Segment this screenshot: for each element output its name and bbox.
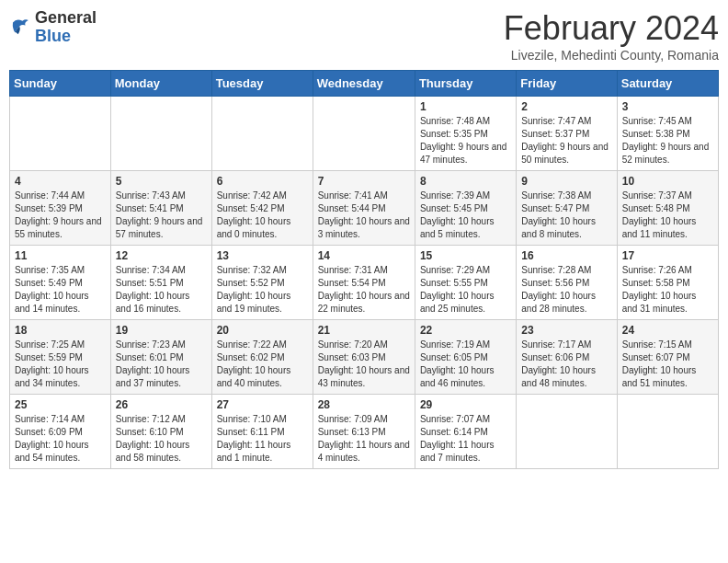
day-number: 12 <box>116 249 207 262</box>
title-block: February 2024 Livezile, Mehedinti County… <box>504 9 719 63</box>
day-number: 9 <box>521 175 611 188</box>
day-number: 4 <box>15 175 106 188</box>
calendar-cell <box>211 97 313 171</box>
day-number: 21 <box>318 324 410 337</box>
calendar-cell: 11Sunrise: 7:35 AM Sunset: 5:49 PM Dayli… <box>10 246 111 320</box>
day-info: Sunrise: 7:28 AM Sunset: 5:56 PM Dayligh… <box>521 264 611 316</box>
logo-text: General Blue <box>35 9 97 46</box>
calendar-cell: 4Sunrise: 7:44 AM Sunset: 5:39 PM Daylig… <box>10 171 111 246</box>
day-number: 22 <box>420 324 511 337</box>
day-info: Sunrise: 7:14 AM Sunset: 6:09 PM Dayligh… <box>15 413 106 465</box>
day-info: Sunrise: 7:09 AM Sunset: 6:13 PM Dayligh… <box>318 413 410 465</box>
calendar-cell: 26Sunrise: 7:12 AM Sunset: 6:10 PM Dayli… <box>110 395 211 469</box>
day-number: 14 <box>318 249 410 262</box>
day-number: 10 <box>622 175 713 188</box>
weekday-header-thursday: Thursday <box>415 71 516 97</box>
day-number: 18 <box>15 324 106 337</box>
calendar-table: SundayMondayTuesdayWednesdayThursdayFrid… <box>9 70 719 469</box>
day-number: 27 <box>217 398 308 411</box>
day-number: 17 <box>622 249 713 262</box>
day-info: Sunrise: 7:32 AM Sunset: 5:52 PM Dayligh… <box>217 264 308 316</box>
calendar-cell: 13Sunrise: 7:32 AM Sunset: 5:52 PM Dayli… <box>211 246 313 320</box>
calendar-cell <box>517 395 617 469</box>
day-number: 1 <box>420 100 511 113</box>
calendar-cell: 9Sunrise: 7:38 AM Sunset: 5:47 PM Daylig… <box>517 171 617 246</box>
day-info: Sunrise: 7:34 AM Sunset: 5:51 PM Dayligh… <box>116 264 207 316</box>
calendar-cell: 27Sunrise: 7:10 AM Sunset: 6:11 PM Dayli… <box>211 395 313 469</box>
calendar-cell: 5Sunrise: 7:43 AM Sunset: 5:41 PM Daylig… <box>110 171 211 246</box>
day-info: Sunrise: 7:38 AM Sunset: 5:47 PM Dayligh… <box>521 190 611 241</box>
day-number: 19 <box>116 324 207 337</box>
day-info: Sunrise: 7:37 AM Sunset: 5:48 PM Dayligh… <box>622 190 713 241</box>
day-info: Sunrise: 7:26 AM Sunset: 5:58 PM Dayligh… <box>622 264 713 316</box>
calendar-title: February 2024 <box>504 9 719 48</box>
calendar-week-3: 11Sunrise: 7:35 AM Sunset: 5:49 PM Dayli… <box>10 246 719 320</box>
calendar-subtitle: Livezile, Mehedinti County, Romania <box>504 48 719 63</box>
day-info: Sunrise: 7:12 AM Sunset: 6:10 PM Dayligh… <box>116 413 207 465</box>
day-info: Sunrise: 7:43 AM Sunset: 5:41 PM Dayligh… <box>116 190 207 241</box>
day-info: Sunrise: 7:39 AM Sunset: 5:45 PM Dayligh… <box>420 190 511 241</box>
day-number: 3 <box>622 100 713 113</box>
calendar-cell: 19Sunrise: 7:23 AM Sunset: 6:01 PM Dayli… <box>110 320 211 395</box>
weekday-header-friday: Friday <box>517 71 617 97</box>
logo-bird-icon <box>9 17 31 39</box>
weekday-header-sunday: Sunday <box>10 71 111 97</box>
day-number: 25 <box>15 398 106 411</box>
day-info: Sunrise: 7:29 AM Sunset: 5:55 PM Dayligh… <box>420 264 511 316</box>
calendar-cell: 6Sunrise: 7:42 AM Sunset: 5:42 PM Daylig… <box>211 171 313 246</box>
calendar-week-2: 4Sunrise: 7:44 AM Sunset: 5:39 PM Daylig… <box>10 171 719 246</box>
day-info: Sunrise: 7:10 AM Sunset: 6:11 PM Dayligh… <box>217 413 308 465</box>
calendar-cell: 18Sunrise: 7:25 AM Sunset: 5:59 PM Dayli… <box>10 320 111 395</box>
day-info: Sunrise: 7:19 AM Sunset: 6:05 PM Dayligh… <box>420 339 511 390</box>
calendar-cell <box>10 97 111 171</box>
day-info: Sunrise: 7:47 AM Sunset: 5:37 PM Dayligh… <box>521 115 611 167</box>
day-number: 23 <box>521 324 611 337</box>
calendar-cell: 24Sunrise: 7:15 AM Sunset: 6:07 PM Dayli… <box>617 320 718 395</box>
weekday-header-tuesday: Tuesday <box>211 71 313 97</box>
day-info: Sunrise: 7:22 AM Sunset: 6:02 PM Dayligh… <box>217 339 308 390</box>
day-info: Sunrise: 7:31 AM Sunset: 5:54 PM Dayligh… <box>318 264 410 316</box>
calendar-cell <box>313 97 415 171</box>
day-number: 5 <box>116 175 207 188</box>
day-info: Sunrise: 7:44 AM Sunset: 5:39 PM Dayligh… <box>15 190 106 241</box>
calendar-cell: 16Sunrise: 7:28 AM Sunset: 5:56 PM Dayli… <box>517 246 617 320</box>
day-info: Sunrise: 7:15 AM Sunset: 6:07 PM Dayligh… <box>622 339 713 390</box>
day-info: Sunrise: 7:35 AM Sunset: 5:49 PM Dayligh… <box>15 264 106 316</box>
weekday-header-wednesday: Wednesday <box>313 71 415 97</box>
calendar-cell: 21Sunrise: 7:20 AM Sunset: 6:03 PM Dayli… <box>313 320 415 395</box>
calendar-cell: 2Sunrise: 7:47 AM Sunset: 5:37 PM Daylig… <box>517 97 617 171</box>
calendar-cell: 25Sunrise: 7:14 AM Sunset: 6:09 PM Dayli… <box>10 395 111 469</box>
weekday-header-saturday: Saturday <box>617 71 718 97</box>
day-number: 8 <box>420 175 511 188</box>
day-info: Sunrise: 7:20 AM Sunset: 6:03 PM Dayligh… <box>318 339 410 390</box>
day-number: 29 <box>420 398 511 411</box>
calendar-week-4: 18Sunrise: 7:25 AM Sunset: 5:59 PM Dayli… <box>10 320 719 395</box>
day-info: Sunrise: 7:17 AM Sunset: 6:06 PM Dayligh… <box>521 339 611 390</box>
weekday-header-monday: Monday <box>110 71 211 97</box>
day-number: 16 <box>521 249 611 262</box>
calendar-cell: 14Sunrise: 7:31 AM Sunset: 5:54 PM Dayli… <box>313 246 415 320</box>
calendar-cell: 28Sunrise: 7:09 AM Sunset: 6:13 PM Dayli… <box>313 395 415 469</box>
calendar-cell <box>617 395 718 469</box>
day-number: 7 <box>318 175 410 188</box>
day-number: 20 <box>217 324 308 337</box>
calendar-cell <box>110 97 211 171</box>
calendar-cell: 3Sunrise: 7:45 AM Sunset: 5:38 PM Daylig… <box>617 97 718 171</box>
calendar-cell: 7Sunrise: 7:41 AM Sunset: 5:44 PM Daylig… <box>313 171 415 246</box>
page-header: General Blue February 2024 Livezile, Meh… <box>9 9 719 63</box>
calendar-cell: 29Sunrise: 7:07 AM Sunset: 6:14 PM Dayli… <box>415 395 516 469</box>
calendar-week-5: 25Sunrise: 7:14 AM Sunset: 6:09 PM Dayli… <box>10 395 719 469</box>
calendar-week-1: 1Sunrise: 7:48 AM Sunset: 5:35 PM Daylig… <box>10 97 719 171</box>
day-number: 15 <box>420 249 511 262</box>
day-info: Sunrise: 7:42 AM Sunset: 5:42 PM Dayligh… <box>217 190 308 241</box>
day-number: 6 <box>217 175 308 188</box>
weekday-header-row: SundayMondayTuesdayWednesdayThursdayFrid… <box>10 71 719 97</box>
day-number: 11 <box>15 249 106 262</box>
calendar-cell: 23Sunrise: 7:17 AM Sunset: 6:06 PM Dayli… <box>517 320 617 395</box>
day-number: 2 <box>521 100 611 113</box>
calendar-cell: 15Sunrise: 7:29 AM Sunset: 5:55 PM Dayli… <box>415 246 516 320</box>
calendar-cell: 1Sunrise: 7:48 AM Sunset: 5:35 PM Daylig… <box>415 97 516 171</box>
calendar-cell: 22Sunrise: 7:19 AM Sunset: 6:05 PM Dayli… <box>415 320 516 395</box>
day-number: 26 <box>116 398 207 411</box>
day-number: 28 <box>318 398 410 411</box>
